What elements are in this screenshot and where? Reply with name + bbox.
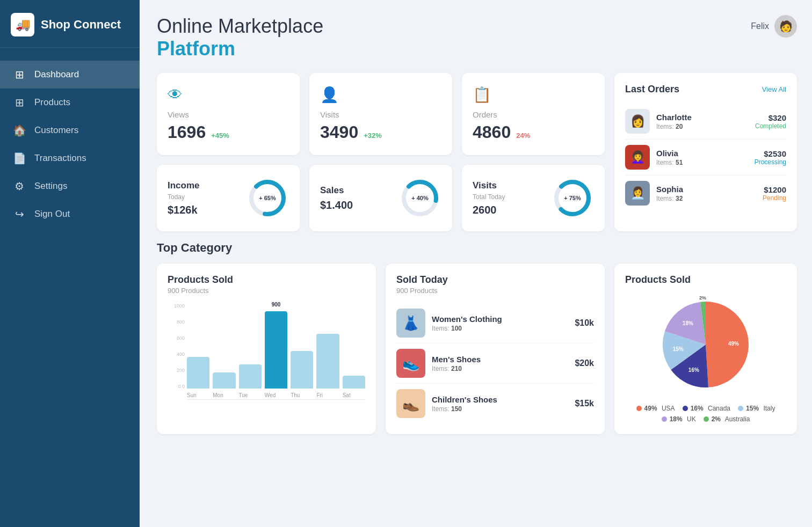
y-label-0: 0.0 [168,384,185,389]
y-label-1000: 1000 [168,303,185,309]
metric-card-visits: Visits Total Today 2600 + 75% [462,165,605,231]
sold-price-womens: $10k [575,318,594,328]
transactions-icon: 📄 [13,152,26,165]
sold-info-mens: Men's Shoes Items: 210 [432,355,568,372]
sold-items-childrens: Items: 150 [432,405,568,413]
donut-label-visits: + 75% [564,195,581,201]
donut-income: + 65% [246,177,289,219]
bar-chart-sub: 900 Products [168,287,365,295]
donut-label-sales: + 40% [411,195,429,201]
sold-info-womens: Women's Clothing Items: 100 [432,314,568,332]
stat-change-visits: +32% [364,131,382,140]
stat-value-row-visits: 3490 +32% [320,122,441,142]
sidebar: 🚚 Shop Connect ⊞ Dashboard ⊞ Products 🏠 … [0,0,140,527]
title-line1: Online Marketplace [157,15,323,38]
spacer [625,287,786,291]
sold-item-childrens: 👞 Children's Shoes Items: 150 $15k [396,384,594,423]
order-info-sophia: Sophia Items: 32 [656,185,756,202]
order-info-charlotte: Charlotte Items: 20 [656,113,749,130]
sold-today-title: Sold Today [396,274,594,286]
order-right-charlotte: $320 Completed [755,113,786,130]
pie-area: 49%16%15%18%2% 49% USA16% Canada15% Ital… [625,291,786,423]
logo-icon: 🚚 [11,13,34,36]
bottom-row: Products Sold 900 Products 1000 800 600 … [157,264,797,434]
metric-info-sales: Sales $1.400 [320,185,353,211]
metric-label-sales: Sales [320,185,353,196]
order-name-charlotte: Charlotte [656,113,749,122]
last-orders-header: Last Orders View All [625,84,786,95]
sidebar-item-dashboard[interactable]: ⊞ Dashboard [0,61,140,89]
stat-card-views: 👁 Views 1696 +45% [157,73,300,155]
stat-value-row-orders: 4860 24% [473,122,594,142]
y-label-400: 400 [168,352,185,357]
user-name: Felix [751,21,769,31]
metric-info-income: Income Today $126k [168,180,200,216]
sidebar-item-transactions[interactable]: 📄 Transactions [0,144,140,172]
order-items-charlotte: Items: 20 [656,123,749,130]
order-items-sophia: Items: 32 [656,195,756,202]
order-item-charlotte: 👩 Charlotte Items: 20 $320 Completed [625,104,786,140]
order-avatar-olivia: 👩‍🦱 [625,145,650,170]
order-info-olivia: Olivia Items: 51 [656,149,748,166]
stat-change-orders: 24% [516,131,530,140]
products-icon: ⊞ [13,96,26,109]
metric-card-sales: Sales $1.400 + 40% [309,165,452,231]
avatar: 🧑 [774,15,797,38]
sidebar-label-dashboard: Dashboard [34,69,79,80]
sold-items-mens: Items: 210 [432,365,568,372]
sidebar-item-products[interactable]: ⊞ Products [0,89,140,116]
stat-value-views: 1696 [168,122,206,142]
sold-today-sub: 900 Products [396,287,594,295]
svg-text:15%: 15% [673,346,684,352]
donut-label-income: + 65% [259,195,276,201]
order-status-sophia: Pending [763,194,786,202]
order-name-olivia: Olivia [656,149,748,158]
sidebar-label-settings: Settings [34,181,67,192]
sidebar-item-customers[interactable]: 🏠 Customers [0,116,140,144]
metric-value-sales: $1.400 [320,199,353,211]
legend-item-uk: 18% UK [662,415,696,423]
sold-item-mens: 👟 Men's Shoes Items: 210 $20k [396,343,594,384]
last-orders-card: Last Orders View All 👩 Charlotte Items: … [614,73,797,231]
sold-items-womens: Items: 100 [432,325,568,332]
sold-info-childrens: Children's Shoes Items: 150 [432,395,568,413]
section-title-top-category: Top Category [157,241,797,255]
y-label-800: 800 [168,319,185,325]
stat-value-visits: 3490 [320,122,358,142]
stat-label-visits: Visits [320,110,441,119]
metric-value-visits: 2600 [473,204,505,216]
metric-value-income: $126k [168,204,200,216]
legend-item-italy: 15% Italy [738,405,775,412]
view-all-button[interactable]: View All [762,85,786,93]
pie-chart-title: Products Sold [625,274,786,286]
svg-text:18%: 18% [683,320,693,326]
pie-svg-wrap: 49%16%15%18%2% [652,291,759,398]
sidebar-label-transactions: Transactions [34,153,86,164]
main-content: Online Marketplace Platform Felix 🧑 👁 Vi… [140,0,812,527]
legend-item-usa: 49% USA [636,405,675,412]
dashboard-icon: ⊞ [13,68,26,81]
bar-chart-container: 1000 800 600 400 200 0.0 SunMonTue900Wed… [168,303,365,400]
order-avatar-charlotte: 👩 [625,109,650,134]
y-label-600: 600 [168,335,185,341]
page-header: Online Marketplace Platform Felix 🧑 [157,15,797,60]
sidebar-label-signout: Sign Out [34,209,70,219]
metric-card-income: Income Today $126k + 65% [157,165,300,231]
bar-chart-title: Products Sold [168,274,365,286]
logo-text: Shop Connect [41,18,121,32]
sidebar-item-settings[interactable]: ⚙ Settings [0,172,140,200]
legend-item-canada: 16% Canada [683,405,730,412]
pie-chart-card: Products Sold 49%16%15%18%2% 49% USA16% … [614,264,797,434]
order-amount-charlotte: $320 [755,113,786,122]
stat-change-views: +45% [211,131,229,140]
signout-icon: ↪ [13,208,26,221]
donut-visits: + 75% [551,177,594,219]
metric-label-income: Income [168,180,200,191]
order-amount-olivia: $2530 [755,149,786,158]
sidebar-item-signout[interactable]: ↪ Sign Out [0,200,140,228]
sold-thumb-womens: 👗 [396,309,425,338]
sold-price-childrens: $15k [575,399,594,408]
title-line2: Platform [157,38,323,60]
sold-name-childrens: Children's Shoes [432,395,568,404]
sidebar-logo: 🚚 Shop Connect [0,0,140,48]
